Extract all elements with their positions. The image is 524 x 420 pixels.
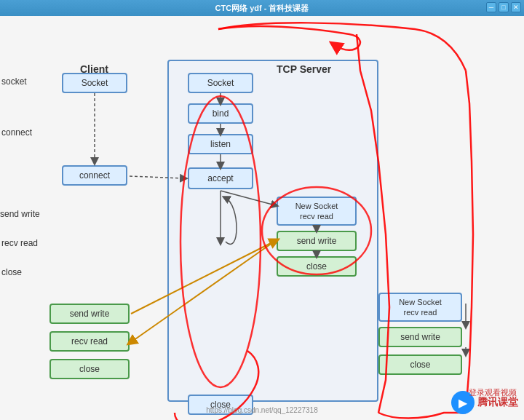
left-socket-label: socket — [1, 76, 27, 87]
new-socket2-box: New Socket recv read — [378, 293, 462, 322]
client-connect-box: connect — [62, 165, 127, 186]
maximize-button[interactable]: □ — [499, 2, 509, 12]
minimize-button[interactable]: ─ — [486, 2, 496, 12]
client-recvread-box: recv read — [49, 331, 130, 352]
new-socket1-close-box: close — [277, 256, 357, 277]
left-recvread-label: recv read — [1, 238, 38, 248]
login-hint: 登录观看视频 — [469, 387, 517, 398]
server-accept-box: accept — [188, 167, 253, 189]
main-content: TCP Server Client socket connect send wr… — [0, 16, 524, 420]
new-socket1-box: New Socket recv read — [277, 197, 357, 226]
diagram: TCP Server Client socket connect send wr… — [0, 16, 524, 420]
close-button[interactable]: ✕ — [511, 2, 521, 12]
new-socket1-sendwrite-box: send write — [277, 231, 357, 251]
tcp-server-label: TCP Server — [277, 63, 331, 75]
new-socket2-sendwrite-box: send write — [378, 327, 462, 347]
new-socket2-close-box: close — [378, 354, 462, 375]
window-controls: ─ □ ✕ — [486, 2, 521, 12]
server-bind-box: bind — [188, 103, 253, 124]
server-socket-box: Socket — [188, 73, 253, 93]
left-sendwrite-label: send write — [0, 209, 40, 219]
left-connect-label: connect — [1, 127, 32, 138]
title-bar: CTC网络 ydf - 首科技课器 ─ □ ✕ — [0, 0, 524, 16]
url-text: https://blog.csdn.net/qq_12227318 — [206, 406, 317, 414]
client-sendwrite-box: send write — [49, 304, 130, 324]
server-listen-box: listen — [188, 134, 253, 154]
left-close-label: close — [1, 267, 22, 277]
window-title: CTC网络 ydf - 首科技课器 — [215, 3, 309, 14]
client-close-box: close — [49, 359, 130, 379]
client-socket-box: Socket — [62, 73, 127, 93]
